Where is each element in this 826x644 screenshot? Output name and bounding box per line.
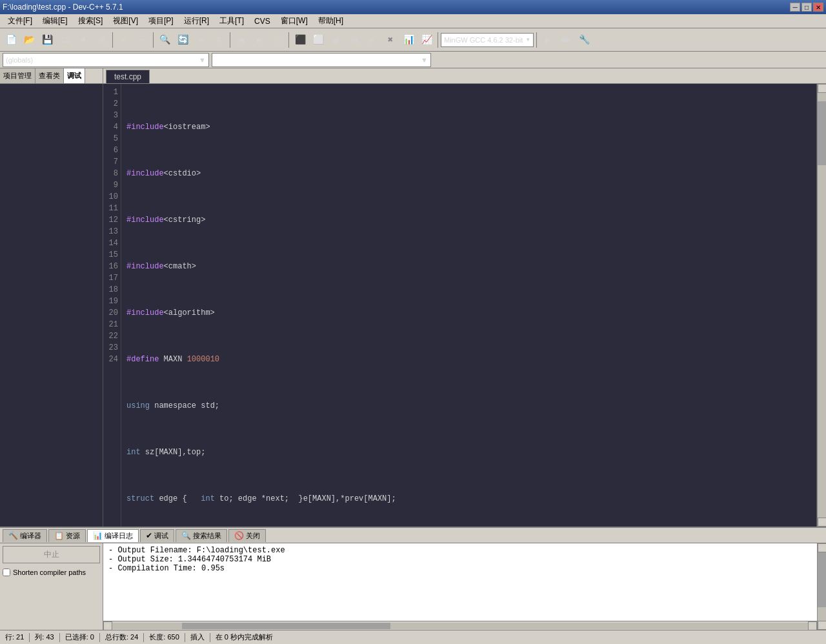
bot-tab-close[interactable]: 🚫 关闭 bbox=[228, 529, 266, 542]
bot-vscroll-up[interactable]: ▲ bbox=[818, 543, 826, 552]
undo-button[interactable]: ↩ bbox=[116, 32, 132, 48]
debug-icon: ✔ bbox=[146, 531, 152, 540]
globals-right-dropdown[interactable]: ▼ bbox=[212, 53, 431, 67]
hscroll-track[interactable] bbox=[112, 623, 808, 629]
code-line-7: using namespace std; bbox=[126, 400, 811, 412]
bottom-output-container: - Output Filename: F:\loading\test.exe -… bbox=[103, 543, 817, 630]
stop-button[interactable]: 中止 bbox=[3, 546, 100, 563]
menu-edit[interactable]: 编辑[E] bbox=[37, 14, 73, 28]
menu-search[interactable]: 搜索[S] bbox=[73, 14, 108, 28]
status-col-label: 列: 43 bbox=[35, 632, 54, 642]
format-button[interactable]: ≡ bbox=[210, 32, 227, 48]
ln-10: 10 bbox=[103, 191, 118, 203]
bot-tab-resource[interactable]: 📋 资源 bbox=[48, 529, 86, 542]
replace-button[interactable]: 🔄 bbox=[174, 32, 191, 48]
globals-left-dropdown[interactable]: (globals) ▼ bbox=[3, 53, 209, 67]
bot-tab-compiler[interactable]: 🔨 编译器 bbox=[3, 529, 47, 542]
vscroll-thumb[interactable] bbox=[818, 101, 826, 165]
bot-vscroll-down[interactable]: ▼ bbox=[818, 621, 826, 630]
vscroll-down-btn[interactable]: ▼ bbox=[818, 518, 826, 527]
ln-2: 2 bbox=[103, 98, 118, 110]
bot-tab-debug[interactable]: ✔ 调试 bbox=[140, 529, 174, 542]
hscroll-left-btn[interactable]: ◀ bbox=[103, 621, 112, 630]
menu-view[interactable]: 视图[V] bbox=[108, 14, 143, 28]
code-line-1: #include<iostream> bbox=[126, 121, 811, 133]
bot-tab-log[interactable]: 📊 编译日志 bbox=[87, 529, 139, 542]
ln-5: 5 bbox=[103, 133, 118, 145]
hscroll-right-btn[interactable]: ▶ bbox=[808, 621, 817, 630]
sidebar-tab-classes[interactable]: 查看类 bbox=[35, 68, 64, 83]
sidebar-tab-debug[interactable]: 调试 bbox=[64, 68, 85, 83]
editor-vscrollbar[interactable]: ▲ ▼ bbox=[817, 84, 826, 527]
nav-forward[interactable]: ▶ bbox=[251, 32, 268, 48]
new-button[interactable]: 📄 bbox=[3, 32, 19, 48]
bottom-panel-tabs: 🔨 编译器 📋 资源 📊 编译日志 ✔ 调试 🔍 搜索结果 🚫 关闭 bbox=[0, 528, 826, 543]
nav-back[interactable]: ◀ bbox=[233, 32, 250, 48]
file-tab-test-cpp[interactable]: test.cpp bbox=[106, 70, 150, 83]
menu-tools[interactable]: 工具[T] bbox=[214, 14, 249, 28]
shorten-paths-label[interactable]: Shorten compiler paths bbox=[3, 569, 100, 576]
tbx1[interactable]: ✖ bbox=[382, 32, 399, 48]
layout3-button[interactable]: ▦ bbox=[328, 32, 345, 48]
maximize-button[interactable]: □ bbox=[801, 3, 812, 12]
bot-tab-search[interactable]: 🔍 搜索结果 bbox=[176, 529, 227, 542]
code-area[interactable]: #include<iostream> #include<cstdio> #inc… bbox=[121, 84, 816, 527]
compile-icon: 🔨 bbox=[8, 531, 18, 540]
open-button[interactable]: 📂 bbox=[21, 32, 37, 48]
close-button[interactable]: ✕ bbox=[813, 3, 823, 12]
bot-vscroll-track[interactable] bbox=[818, 552, 826, 621]
ln-13: 13 bbox=[103, 226, 118, 237]
sidebar-tab-project[interactable]: 项目管理 bbox=[0, 68, 35, 83]
redo-button[interactable]: ↪ bbox=[134, 32, 150, 48]
globals-left-label: (globals) bbox=[6, 56, 33, 64]
globalsbar: (globals) ▼ ▼ bbox=[0, 52, 826, 68]
bottom-output: - Output Filename: F:\loading\test.exe -… bbox=[103, 543, 817, 621]
menu-cvs[interactable]: CVS bbox=[249, 15, 276, 27]
close-btn[interactable]: ✖ bbox=[75, 32, 92, 48]
status-col: 列: 43 bbox=[35, 632, 54, 642]
code-line-3: #include<cstring> bbox=[126, 214, 811, 226]
tb-btn-b[interactable]: ◀▶ bbox=[558, 32, 574, 48]
code-editor[interactable]: 1 2 3 4 5 6 7 8 9 10 11 12 13 14 15 16 1… bbox=[103, 84, 817, 527]
menu-help[interactable]: 帮助[H] bbox=[313, 14, 348, 28]
hscroll-thumb[interactable] bbox=[182, 623, 390, 629]
ln-17: 17 bbox=[103, 272, 118, 284]
menu-project[interactable]: 项目[P] bbox=[143, 14, 179, 28]
bot-vscroll-thumb[interactable] bbox=[818, 552, 826, 607]
print-button[interactable]: 🖨 bbox=[93, 32, 110, 48]
chart-button[interactable]: 📊 bbox=[400, 32, 417, 48]
menu-file[interactable]: 文件[F] bbox=[3, 14, 37, 28]
menu-run[interactable]: 运行[R] bbox=[179, 14, 214, 28]
save-all-button[interactable]: 🗂 bbox=[57, 32, 74, 48]
find-button[interactable]: 🔍 bbox=[156, 32, 173, 48]
tb-btn-c[interactable]: 🔧 bbox=[576, 32, 592, 48]
sidebar-panel bbox=[0, 84, 103, 527]
save-button[interactable]: 💾 bbox=[39, 32, 55, 48]
nav-home[interactable]: ⌂ bbox=[269, 32, 286, 48]
layout4-button[interactable]: ▤ bbox=[346, 32, 363, 48]
resource-icon: 📋 bbox=[54, 531, 64, 540]
indent-button[interactable]: ⇥ bbox=[192, 32, 209, 48]
sep2 bbox=[153, 32, 154, 48]
minimize-button[interactable]: ─ bbox=[790, 3, 800, 12]
vscroll-up-btn[interactable]: ▲ bbox=[818, 84, 826, 93]
output-line-2: - Output Size: 1.34464740753174 MiB bbox=[108, 555, 812, 564]
code-line-6: #define MAXN 1000010 bbox=[126, 354, 811, 365]
shorten-paths-checkbox[interactable] bbox=[3, 569, 10, 576]
check-button[interactable]: ✔ bbox=[364, 32, 381, 48]
globals-right-arrow: ▼ bbox=[421, 56, 428, 64]
debug-chart-button[interactable]: 📈 bbox=[418, 32, 435, 48]
compiler-dropdown[interactable]: MinGW GCC 4.6.2 32-bit ▼ bbox=[441, 33, 534, 47]
ln-12: 12 bbox=[103, 214, 118, 226]
menu-window[interactable]: 窗口[W] bbox=[276, 14, 313, 28]
status-length-label: 长度: 650 bbox=[149, 632, 179, 642]
bottom-left-panel: 中止 Shorten compiler paths bbox=[0, 543, 103, 630]
layout1-button[interactable]: ⬛ bbox=[292, 32, 308, 48]
bottom-hscrollbar[interactable]: ◀ ▶ bbox=[103, 621, 817, 630]
vscroll-track[interactable] bbox=[818, 93, 826, 518]
bottom-vscrollbar[interactable]: ▲ ▼ bbox=[817, 543, 826, 630]
layout2-button[interactable]: ⬜ bbox=[310, 32, 327, 48]
globals-left-arrow: ▼ bbox=[199, 56, 206, 64]
code-line-4: #include<cmath> bbox=[126, 261, 811, 272]
tb-btn-a[interactable]: ▶ bbox=[539, 32, 556, 48]
